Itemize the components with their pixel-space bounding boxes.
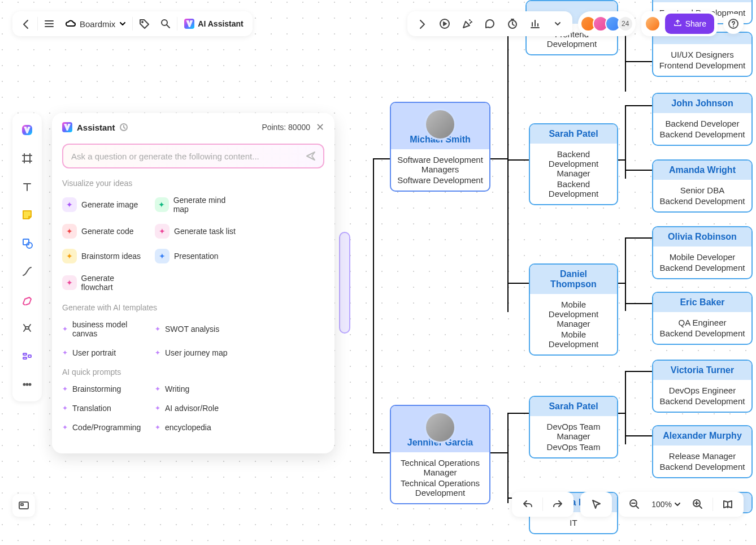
page-thumbnails-button[interactable]	[12, 494, 35, 517]
node-role: DevOps Engineer	[659, 386, 746, 395]
search-icon	[160, 18, 171, 29]
org-node-right-1[interactable]: UI/UX DesignersFrontend Development	[652, 32, 753, 77]
ai-action-1[interactable]: ✦Generate mind map	[155, 193, 240, 216]
node-role: DevOps Team Manager	[536, 422, 611, 441]
org-node-right-5[interactable]: Eric BakerQA EngineerBackend Development	[652, 292, 753, 345]
share-button[interactable]: Share	[665, 14, 714, 34]
node-role: QA Engineer	[659, 318, 746, 327]
node-role: Software Development Managers	[397, 155, 484, 174]
confetti-button[interactable]	[457, 14, 477, 34]
template-2[interactable]: ✦User portrait	[62, 346, 147, 360]
prompt-1[interactable]: ✦Writing	[155, 382, 240, 396]
file-name[interactable]: Boardmix	[60, 14, 131, 34]
org-node-jennifer[interactable]: Jennifer Garcia Technical Operations Man…	[390, 405, 490, 504]
org-node-right-6[interactable]: Victoria TurnerDevOps EngineerBackend De…	[652, 360, 753, 413]
timer-button[interactable]	[502, 14, 523, 34]
action-icon: ✦	[155, 197, 169, 212]
org-node-right-7[interactable]: Alexander MurphyRelease ManagerBackend D…	[652, 425, 753, 478]
close-button[interactable]: ✕	[316, 121, 324, 133]
play-icon	[439, 18, 450, 29]
org-node-mid-2[interactable]: Sarah PatelDevOps Team ManagerDevOps Tea…	[529, 396, 618, 459]
text-tool[interactable]	[15, 174, 40, 199]
frame-icon	[21, 153, 33, 164]
brand-label: Boardmix	[80, 19, 115, 29]
undo-button[interactable]	[518, 494, 538, 514]
org-node-mid-1[interactable]: Daniel ThompsonMobile Development Manage…	[529, 263, 618, 356]
connector-tool[interactable]	[15, 259, 40, 284]
node-role: Senior DBA	[659, 185, 746, 195]
svg-rect-10	[28, 355, 31, 357]
ai-tool[interactable]	[15, 118, 40, 142]
mindmap-tool[interactable]	[15, 315, 40, 340]
current-user-avatar[interactable]	[645, 16, 661, 32]
action-icon: ✦	[62, 197, 77, 212]
chevron-down-icon	[554, 20, 562, 28]
org-node-mid-0[interactable]: Sarah PatelBackend Development ManagerBa…	[529, 123, 618, 205]
sparkle-icon: ✦	[155, 349, 160, 357]
more-icon	[21, 379, 33, 390]
org-node-right-2[interactable]: John JohnsonBackend DeveloperBackend Dev…	[652, 93, 753, 146]
template-label: business model canvas	[72, 320, 147, 338]
more-button[interactable]	[548, 14, 568, 34]
ai-prompt-input[interactable]	[62, 144, 324, 168]
org-node-right-3[interactable]: Amanda WrightSenior DBABackend Developme…	[652, 159, 753, 213]
menu-button[interactable]	[39, 14, 59, 34]
action-icon: ✦	[155, 224, 170, 239]
org-node-right-4[interactable]: Olivia RobinsonMobile DeveloperBackend D…	[652, 226, 753, 279]
history-icon[interactable]	[120, 123, 128, 131]
top-left-toolbar: Boardmix AI Assistant	[12, 11, 253, 36]
ai-assistant-button[interactable]: AI Assistant	[179, 14, 249, 34]
prompt-2[interactable]: ✦Translation	[62, 401, 147, 415]
node-dept: Backend Development	[659, 462, 746, 472]
prompt-4[interactable]: ✦Code/Programming	[62, 421, 147, 434]
play-button[interactable]	[435, 14, 455, 34]
action-label: Presentation	[174, 252, 219, 261]
chevron-right-button[interactable]	[412, 14, 432, 34]
node-dept: Backend Development	[536, 179, 611, 198]
node-dept: Backend Development	[659, 196, 746, 206]
template-1[interactable]: ✦SWOT analysis	[155, 318, 240, 340]
more-tools[interactable]	[15, 372, 40, 397]
shape-tool[interactable]	[15, 231, 40, 256]
component-tool[interactable]	[15, 344, 40, 369]
pen-tool[interactable]	[15, 287, 40, 312]
prompt-3[interactable]: ✦AI advisor/Role	[155, 401, 240, 415]
zoom-out-button[interactable]	[624, 494, 645, 514]
presentation-node[interactable]	[339, 232, 350, 334]
prompt-5[interactable]: ✦encyclopedia	[155, 421, 240, 434]
cursor-tool[interactable]	[586, 494, 606, 514]
send-button[interactable]	[303, 148, 319, 164]
svg-rect-8	[23, 353, 27, 355]
minimap-button[interactable]	[718, 494, 738, 514]
collaborators[interactable]: 24	[578, 11, 636, 36]
zoom-level[interactable]: 100%	[649, 500, 683, 509]
back-button[interactable]	[16, 14, 36, 34]
sparkle-icon: ✦	[155, 423, 160, 431]
node-role: Technical Operations Manager	[397, 458, 484, 477]
search-button[interactable]	[155, 14, 176, 34]
org-node-michael[interactable]: Michael Smith Software Development Manag…	[390, 102, 490, 192]
svg-rect-9	[23, 357, 27, 359]
sticky-tool[interactable]	[15, 202, 40, 227]
comment-button[interactable]	[480, 14, 500, 34]
ai-action-5[interactable]: ✦Presentation	[155, 246, 240, 266]
ai-action-3[interactable]: ✦Generate task list	[155, 222, 240, 241]
prompt-label: encyclopedia	[165, 423, 211, 432]
frame-tool[interactable]	[15, 146, 40, 171]
ai-action-0[interactable]: ✦Generate image	[62, 193, 147, 216]
ai-action-2[interactable]: ✦Generate code	[62, 222, 147, 241]
prompt-0[interactable]: ✦Brainstorming	[62, 382, 147, 396]
comment-icon	[484, 18, 496, 29]
tag-button[interactable]	[134, 14, 154, 34]
chart-icon	[529, 18, 541, 29]
chart-button[interactable]	[525, 14, 545, 34]
ai-action-4[interactable]: ✦Brainstorm ideas	[62, 246, 147, 266]
book-icon	[722, 499, 733, 510]
timer-icon	[507, 18, 518, 29]
zoom-in-button[interactable]	[688, 494, 708, 514]
template-0[interactable]: ✦business model canvas	[62, 318, 147, 340]
ai-action-6[interactable]: ✦Generate flowchart	[62, 271, 147, 294]
template-3[interactable]: ✦User journey map	[155, 346, 240, 360]
redo-button[interactable]	[548, 494, 568, 514]
help-button[interactable]	[723, 14, 744, 34]
